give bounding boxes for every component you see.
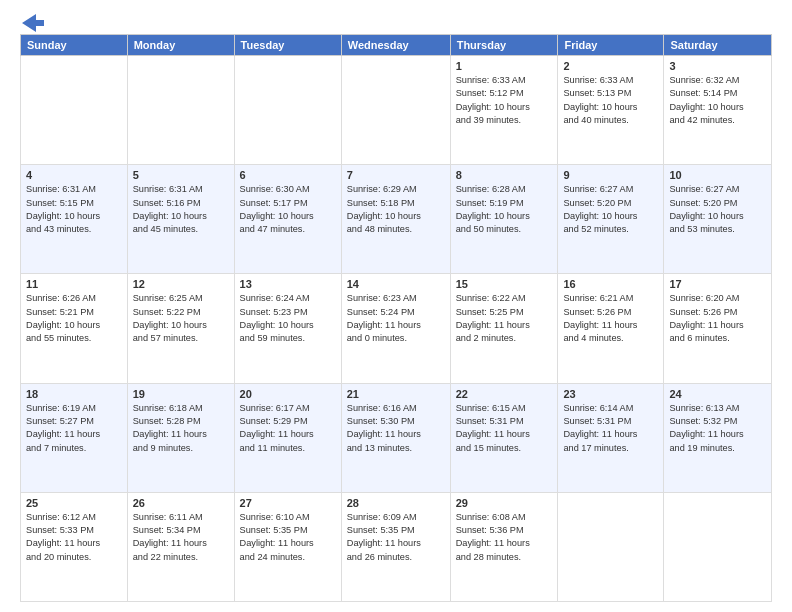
table-row: 14Sunrise: 6:23 AM Sunset: 5:24 PM Dayli… (341, 274, 450, 383)
table-row: 27Sunrise: 6:10 AM Sunset: 5:35 PM Dayli… (234, 492, 341, 601)
col-sunday: Sunday (21, 35, 128, 56)
day-number: 6 (240, 169, 336, 181)
col-wednesday: Wednesday (341, 35, 450, 56)
day-info: Sunrise: 6:27 AM Sunset: 5:20 PM Dayligh… (669, 183, 766, 236)
table-row: 1Sunrise: 6:33 AM Sunset: 5:12 PM Daylig… (450, 56, 558, 165)
table-row: 11Sunrise: 6:26 AM Sunset: 5:21 PM Dayli… (21, 274, 128, 383)
day-info: Sunrise: 6:27 AM Sunset: 5:20 PM Dayligh… (563, 183, 658, 236)
col-friday: Friday (558, 35, 664, 56)
day-info: Sunrise: 6:20 AM Sunset: 5:26 PM Dayligh… (669, 292, 766, 345)
day-info: Sunrise: 6:31 AM Sunset: 5:16 PM Dayligh… (133, 183, 229, 236)
table-row: 18Sunrise: 6:19 AM Sunset: 5:27 PM Dayli… (21, 383, 128, 492)
day-number: 1 (456, 60, 553, 72)
day-info: Sunrise: 6:12 AM Sunset: 5:33 PM Dayligh… (26, 511, 122, 564)
day-number: 10 (669, 169, 766, 181)
table-row: 10Sunrise: 6:27 AM Sunset: 5:20 PM Dayli… (664, 165, 772, 274)
table-row: 20Sunrise: 6:17 AM Sunset: 5:29 PM Dayli… (234, 383, 341, 492)
table-row: 23Sunrise: 6:14 AM Sunset: 5:31 PM Dayli… (558, 383, 664, 492)
logo (20, 16, 44, 32)
table-row: 7Sunrise: 6:29 AM Sunset: 5:18 PM Daylig… (341, 165, 450, 274)
table-row: 29Sunrise: 6:08 AM Sunset: 5:36 PM Dayli… (450, 492, 558, 601)
col-saturday: Saturday (664, 35, 772, 56)
calendar-table: Sunday Monday Tuesday Wednesday Thursday… (20, 34, 772, 602)
col-monday: Monday (127, 35, 234, 56)
table-row: 26Sunrise: 6:11 AM Sunset: 5:34 PM Dayli… (127, 492, 234, 601)
table-row: 4Sunrise: 6:31 AM Sunset: 5:15 PM Daylig… (21, 165, 128, 274)
day-number: 21 (347, 388, 445, 400)
table-row: 16Sunrise: 6:21 AM Sunset: 5:26 PM Dayli… (558, 274, 664, 383)
day-number: 3 (669, 60, 766, 72)
table-row (234, 56, 341, 165)
table-row (21, 56, 128, 165)
day-info: Sunrise: 6:21 AM Sunset: 5:26 PM Dayligh… (563, 292, 658, 345)
table-row: 6Sunrise: 6:30 AM Sunset: 5:17 PM Daylig… (234, 165, 341, 274)
day-number: 28 (347, 497, 445, 509)
col-thursday: Thursday (450, 35, 558, 56)
day-number: 16 (563, 278, 658, 290)
day-number: 14 (347, 278, 445, 290)
calendar-week-row: 1Sunrise: 6:33 AM Sunset: 5:12 PM Daylig… (21, 56, 772, 165)
day-info: Sunrise: 6:33 AM Sunset: 5:13 PM Dayligh… (563, 74, 658, 127)
day-number: 18 (26, 388, 122, 400)
day-info: Sunrise: 6:29 AM Sunset: 5:18 PM Dayligh… (347, 183, 445, 236)
day-number: 12 (133, 278, 229, 290)
day-info: Sunrise: 6:15 AM Sunset: 5:31 PM Dayligh… (456, 402, 553, 455)
day-number: 7 (347, 169, 445, 181)
table-row: 9Sunrise: 6:27 AM Sunset: 5:20 PM Daylig… (558, 165, 664, 274)
day-info: Sunrise: 6:23 AM Sunset: 5:24 PM Dayligh… (347, 292, 445, 345)
day-number: 23 (563, 388, 658, 400)
day-info: Sunrise: 6:31 AM Sunset: 5:15 PM Dayligh… (26, 183, 122, 236)
table-row: 24Sunrise: 6:13 AM Sunset: 5:32 PM Dayli… (664, 383, 772, 492)
day-info: Sunrise: 6:19 AM Sunset: 5:27 PM Dayligh… (26, 402, 122, 455)
day-info: Sunrise: 6:26 AM Sunset: 5:21 PM Dayligh… (26, 292, 122, 345)
day-number: 17 (669, 278, 766, 290)
day-number: 26 (133, 497, 229, 509)
day-info: Sunrise: 6:32 AM Sunset: 5:14 PM Dayligh… (669, 74, 766, 127)
table-row: 19Sunrise: 6:18 AM Sunset: 5:28 PM Dayli… (127, 383, 234, 492)
day-number: 11 (26, 278, 122, 290)
day-number: 2 (563, 60, 658, 72)
day-number: 22 (456, 388, 553, 400)
day-number: 19 (133, 388, 229, 400)
day-number: 5 (133, 169, 229, 181)
day-info: Sunrise: 6:17 AM Sunset: 5:29 PM Dayligh… (240, 402, 336, 455)
day-info: Sunrise: 6:25 AM Sunset: 5:22 PM Dayligh… (133, 292, 229, 345)
calendar-week-row: 25Sunrise: 6:12 AM Sunset: 5:33 PM Dayli… (21, 492, 772, 601)
day-info: Sunrise: 6:22 AM Sunset: 5:25 PM Dayligh… (456, 292, 553, 345)
day-number: 15 (456, 278, 553, 290)
table-row: 12Sunrise: 6:25 AM Sunset: 5:22 PM Dayli… (127, 274, 234, 383)
table-row: 13Sunrise: 6:24 AM Sunset: 5:23 PM Dayli… (234, 274, 341, 383)
logo-arrow-icon (22, 14, 44, 32)
day-number: 4 (26, 169, 122, 181)
table-row (664, 492, 772, 601)
col-tuesday: Tuesday (234, 35, 341, 56)
table-row: 8Sunrise: 6:28 AM Sunset: 5:19 PM Daylig… (450, 165, 558, 274)
table-row: 28Sunrise: 6:09 AM Sunset: 5:35 PM Dayli… (341, 492, 450, 601)
day-info: Sunrise: 6:13 AM Sunset: 5:32 PM Dayligh… (669, 402, 766, 455)
table-row: 21Sunrise: 6:16 AM Sunset: 5:30 PM Dayli… (341, 383, 450, 492)
table-row: 25Sunrise: 6:12 AM Sunset: 5:33 PM Dayli… (21, 492, 128, 601)
day-info: Sunrise: 6:08 AM Sunset: 5:36 PM Dayligh… (456, 511, 553, 564)
day-number: 29 (456, 497, 553, 509)
day-number: 25 (26, 497, 122, 509)
day-number: 13 (240, 278, 336, 290)
day-number: 27 (240, 497, 336, 509)
calendar-week-row: 4Sunrise: 6:31 AM Sunset: 5:15 PM Daylig… (21, 165, 772, 274)
table-row (127, 56, 234, 165)
table-row: 2Sunrise: 6:33 AM Sunset: 5:13 PM Daylig… (558, 56, 664, 165)
calendar-week-row: 11Sunrise: 6:26 AM Sunset: 5:21 PM Dayli… (21, 274, 772, 383)
day-info: Sunrise: 6:30 AM Sunset: 5:17 PM Dayligh… (240, 183, 336, 236)
table-row (558, 492, 664, 601)
svg-marker-0 (22, 14, 44, 32)
calendar-page: Sunday Monday Tuesday Wednesday Thursday… (0, 0, 792, 612)
day-info: Sunrise: 6:09 AM Sunset: 5:35 PM Dayligh… (347, 511, 445, 564)
table-row: 17Sunrise: 6:20 AM Sunset: 5:26 PM Dayli… (664, 274, 772, 383)
day-info: Sunrise: 6:16 AM Sunset: 5:30 PM Dayligh… (347, 402, 445, 455)
day-info: Sunrise: 6:11 AM Sunset: 5:34 PM Dayligh… (133, 511, 229, 564)
table-row: 15Sunrise: 6:22 AM Sunset: 5:25 PM Dayli… (450, 274, 558, 383)
page-header (20, 16, 772, 28)
day-info: Sunrise: 6:33 AM Sunset: 5:12 PM Dayligh… (456, 74, 553, 127)
logo-area (20, 16, 44, 28)
table-row: 3Sunrise: 6:32 AM Sunset: 5:14 PM Daylig… (664, 56, 772, 165)
calendar-week-row: 18Sunrise: 6:19 AM Sunset: 5:27 PM Dayli… (21, 383, 772, 492)
